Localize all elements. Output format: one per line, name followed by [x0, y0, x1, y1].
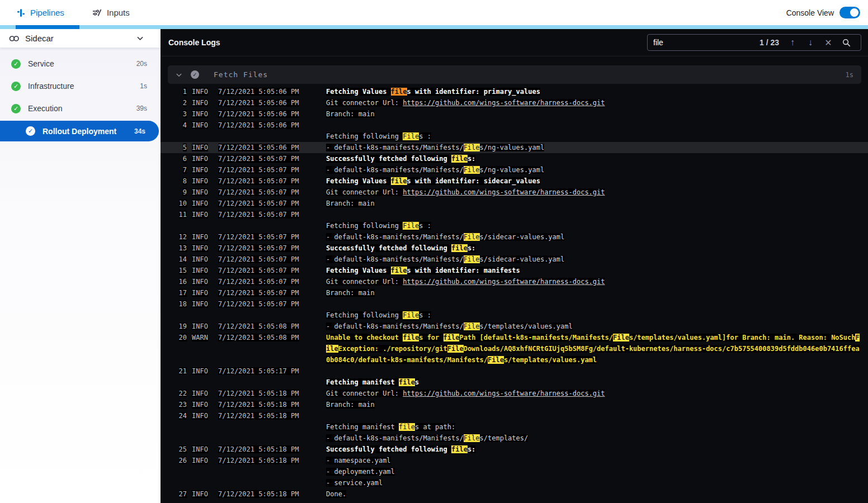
log-row: 12INFO7/12/2021 5:05:07 PM- default-k8s-…: [161, 231, 868, 243]
log-message: - namespace.yaml: [326, 455, 391, 466]
log-row: 21INFO7/12/2021 5:05:17 PM: [161, 366, 868, 377]
search-match-count: 1 / 23: [760, 38, 779, 47]
check-circle-icon: ✓: [26, 126, 35, 136]
log-link[interactable]: https://github.com/wings-software/harnes…: [403, 390, 605, 397]
log-message: Branch: main: [326, 108, 375, 120]
console-panel: Console Logs 1 / 23 ↑ ↓ ✕ ✓ Fetch Files …: [161, 29, 868, 503]
log-row: 9INFO7/12/2021 5:05:07 PMGit connector U…: [161, 187, 868, 198]
console-view-toggle[interactable]: [839, 7, 860, 18]
log-message: Git connector Url: https://github.com/wi…: [326, 388, 605, 399]
log-message: Fetching Values files with identifier: p…: [326, 86, 540, 97]
log-link[interactable]: https://github.com/wings-software/harnes…: [403, 99, 605, 107]
log-row: Fetching manifest files: [161, 377, 868, 388]
log-message: Unable to checkout files for filePath [d…: [326, 332, 860, 343]
step-label: Infrastructure: [28, 82, 140, 91]
log-message: Branch: main: [326, 287, 375, 298]
log-row: Fetching manifest files at path:: [161, 421, 868, 433]
log-row: 1INFO7/12/2021 5:05:06 PMFetching Values…: [161, 86, 868, 97]
log-row: 11INFO7/12/2021 5:05:07 PM: [161, 209, 868, 220]
log-row: 5INFO7/12/2021 5:05:06 PM- default-k8s-m…: [161, 142, 868, 153]
log-row: 24INFO7/12/2021 5:05:18 PM: [161, 410, 868, 421]
log-link[interactable]: https://github.com/wings-software/harnes…: [403, 278, 605, 286]
top-tabs: Pipelines Inputs: [16, 0, 157, 25]
chevron-down-icon[interactable]: [136, 35, 144, 42]
log-message: Successfully fetched following files:: [326, 153, 475, 164]
link-icon: [9, 35, 20, 42]
log-row: 10INFO7/12/2021 5:05:07 PMBranch: main: [161, 198, 868, 209]
log-message: Fetching following Files :: [326, 131, 431, 142]
step-success-icon: ✓: [191, 70, 199, 79]
sidebar-item-service[interactable]: ✓Service20s: [0, 53, 161, 75]
step-duration: 20s: [136, 60, 147, 68]
log-row: 4INFO7/12/2021 5:05:06 PM: [161, 120, 868, 131]
sidebar-item-execution[interactable]: ✓Execution39s: [0, 97, 161, 120]
search-icon[interactable]: [837, 39, 855, 47]
next-match-icon[interactable]: ↓: [801, 37, 819, 48]
log-message: - default-k8s-manifests/Manifests/Files/…: [326, 321, 573, 332]
log-row: Fetching following Files :: [161, 131, 868, 142]
log-row: 2INFO7/12/2021 5:05:06 PMGit connector U…: [161, 97, 868, 108]
step-label: Rollout Deployment: [43, 127, 134, 136]
log-message: ileException: ./repository/gitFileDownlo…: [326, 343, 860, 354]
check-circle-icon: ✓: [11, 104, 21, 113]
log-row: 6INFO7/12/2021 5:05:07 PMSuccessfully fe…: [161, 153, 868, 164]
log-message: - default-k8s-manifests/Manifests/Files/…: [326, 142, 544, 153]
console-view-label: Console View: [786, 8, 834, 17]
previous-match-icon[interactable]: ↑: [784, 37, 801, 48]
log-message: Fetching manifest files at path:: [326, 421, 455, 433]
log-row: ileException: ./repository/gitFileDownlo…: [161, 343, 868, 354]
log-row: - service.yaml: [161, 477, 868, 488]
step-sidebar: Sidecar ✓Service20s✓Infrastructure1s✓Exe…: [0, 29, 161, 503]
console-logs-title: Console Logs: [168, 38, 220, 47]
top-bar: Pipelines Inputs Console View: [0, 0, 868, 25]
chevron-down-icon[interactable]: [176, 72, 182, 78]
log-section-fetch-files[interactable]: ✓ Fetch Files 1s: [168, 65, 861, 84]
log-message: Branch: main: [326, 399, 375, 410]
log-message: Branch: main: [326, 198, 375, 209]
tab-pipelines[interactable]: Pipelines: [16, 0, 65, 25]
log-message: - default-k8s-manifests/Manifests/Files/…: [326, 254, 564, 265]
sidebar-item-rollout-deployment[interactable]: ✓Rollout Deployment34s: [0, 121, 159, 141]
log-message: Git connector Url: https://github.com/wi…: [326, 97, 605, 108]
sidebar-stage-header[interactable]: Sidecar: [0, 29, 161, 48]
log-row: 3INFO7/12/2021 5:05:06 PMBranch: main: [161, 108, 868, 120]
log-message: Fetching following Files :: [326, 220, 431, 231]
tab-inputs[interactable]: Inputs: [91, 0, 131, 25]
log-row: 22INFO7/12/2021 5:05:18 PMGit connector …: [161, 388, 868, 399]
log-row: 19INFO7/12/2021 5:05:08 PM- default-k8s-…: [161, 321, 868, 332]
log-row: 20WARN7/12/2021 5:05:08 PMUnable to chec…: [161, 332, 868, 343]
inputs-icon: [92, 8, 102, 17]
log-row: - deployment.yaml: [161, 466, 868, 477]
log-link[interactable]: https://github.com/wings-software/harnes…: [403, 188, 605, 196]
log-row: 15INFO7/12/2021 5:05:07 PMFetching Value…: [161, 265, 868, 276]
step-label: Execution: [28, 104, 136, 113]
log-row: 17INFO7/12/2021 5:05:07 PMBranch: main: [161, 287, 868, 298]
search-input[interactable]: [653, 38, 760, 47]
log-row: 16INFO7/12/2021 5:05:07 PMGit connector …: [161, 276, 868, 287]
log-row: 25INFO7/12/2021 5:05:18 PMSuccessfully f…: [161, 444, 868, 455]
step-duration: 39s: [136, 105, 147, 112]
log-row: 27INFO7/12/2021 5:05:18 PMDone.: [161, 488, 868, 500]
log-message: - default-k8s-manifests/Manifests/Files/…: [326, 231, 564, 243]
log-row: 8INFO7/12/2021 5:05:07 PMFetching Values…: [161, 175, 868, 187]
log-row: Fetching following Files :: [161, 310, 868, 321]
log-message: Fetching following Files :: [326, 310, 431, 321]
log-message: - default-k8s-manifests/Manifests/Files/…: [326, 164, 544, 175]
step-label: Service: [28, 59, 136, 68]
log-row: - default-k8s-manifests/Manifests/Files/…: [161, 433, 868, 444]
log-row: 18INFO7/12/2021 5:05:07 PM: [161, 298, 868, 310]
log-message: - deployment.yaml: [326, 466, 395, 477]
log-message: Fetching Values files with identifier: s…: [326, 175, 540, 187]
sidebar-item-infrastructure[interactable]: ✓Infrastructure1s: [0, 75, 161, 97]
log-viewer: 1INFO7/12/2021 5:05:06 PMFetching Values…: [161, 84, 868, 500]
log-section-title: Fetch Files: [214, 70, 846, 79]
log-message: Git connector Url: https://github.com/wi…: [326, 276, 605, 287]
clear-search-icon[interactable]: ✕: [819, 37, 837, 48]
check-circle-icon: ✓: [11, 82, 21, 91]
log-message: Fetching Values files with identifier: m…: [326, 265, 520, 276]
log-message: - default-k8s-manifests/Manifests/Files/…: [326, 433, 528, 444]
log-message: 0b084c0/default-k8s-manifests/Manifests/…: [326, 354, 597, 366]
log-row: 13INFO7/12/2021 5:05:07 PMSuccessfully f…: [161, 243, 868, 254]
tab-inputs-label: Inputs: [107, 8, 130, 17]
tab-pipelines-label: Pipelines: [30, 8, 64, 17]
